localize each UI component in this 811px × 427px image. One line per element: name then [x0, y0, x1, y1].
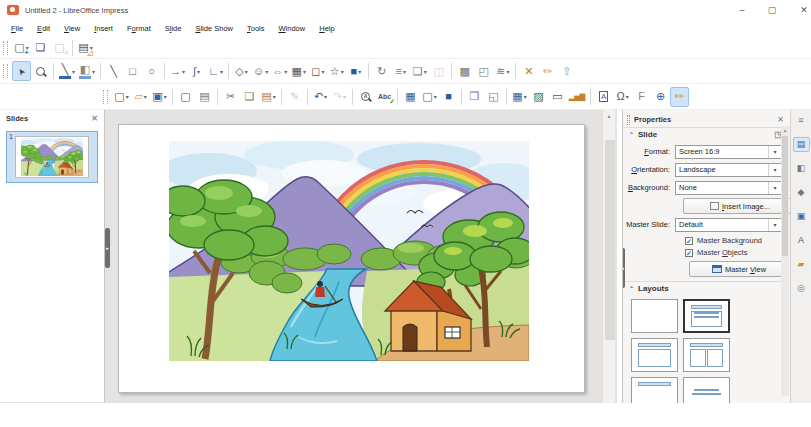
master-slide-select[interactable]: Default ▾ [675, 218, 782, 232]
line-color-button[interactable]: ╲▾ [57, 61, 77, 81]
3d-objects-dropdown-arrow[interactable]: ▾ [358, 68, 361, 75]
symbol-shapes-button[interactable]: ☺▾ [251, 61, 270, 81]
display-views-dropdown-arrow[interactable]: ▾ [434, 93, 437, 100]
toolbar-drag-handle[interactable] [3, 64, 8, 78]
open-dropdown-arrow[interactable]: ▾ [144, 93, 147, 100]
open-button[interactable]: ▱▾ [131, 87, 150, 107]
layout-tile-centered-text[interactable] [683, 377, 730, 403]
styles-tab-button[interactable]: A [793, 233, 810, 248]
spelling-button[interactable]: Abc✓ [375, 87, 394, 107]
basic-shapes-button[interactable]: ◇▾ [232, 61, 251, 81]
3d-objects-button[interactable]: ■▾ [346, 61, 365, 81]
background-select[interactable]: None ▾ [675, 181, 782, 195]
insert-table-dropdown-arrow[interactable]: ▾ [524, 93, 527, 100]
insert-textbox-direct-button[interactable]: A [594, 87, 613, 107]
properties-scrollbar-thumb[interactable] [782, 136, 788, 256]
close-button[interactable]: ✕ [792, 0, 811, 20]
canvas-vertical-scrollbar[interactable]: ▴ [602, 110, 615, 403]
glue-points-button[interactable]: ✏ [538, 61, 557, 81]
minimize-button[interactable]: – [730, 0, 754, 20]
stars-banners-button[interactable]: ☆▾ [327, 61, 346, 81]
start-from-current-slide-button[interactable]: ❐ [465, 87, 484, 107]
connector-dropdown-arrow[interactable]: ▾ [220, 68, 223, 75]
basic-shapes-dropdown-arrow[interactable]: ▾ [245, 68, 248, 75]
flowchart-shapes-dropdown-arrow[interactable]: ▾ [303, 68, 306, 75]
fontwork-button[interactable]: F [632, 87, 651, 107]
menu-window[interactable]: Window [272, 22, 313, 35]
undo-dropdown-arrow[interactable]: ▾ [324, 93, 327, 100]
slide-canvas[interactable]: ▴ ▸ [105, 110, 617, 403]
block-arrows-dropdown-arrow[interactable]: ▾ [284, 68, 287, 75]
display-grid-button[interactable]: ▦ [401, 87, 420, 107]
layout-tile-title-content-2[interactable] [631, 338, 678, 372]
scroll-up-icon[interactable]: ▴ [603, 110, 615, 122]
slide-thumbnail[interactable]: 1 [6, 131, 98, 183]
save-button[interactable]: ▣▾ [150, 87, 169, 107]
special-character-dropdown-arrow[interactable]: ▾ [626, 93, 629, 100]
checkbox-icon[interactable]: ✓ [685, 249, 693, 257]
arrange-button[interactable]: ❏▾ [410, 61, 429, 81]
slide-drawing-image[interactable] [169, 141, 529, 361]
toolbar-drag-handle[interactable] [3, 41, 8, 55]
cut-button[interactable]: ✂ [221, 87, 240, 107]
lines-and-arrows-button[interactable]: →▾ [168, 61, 187, 81]
special-character-button[interactable]: Ω▾ [613, 87, 632, 107]
presentation-settings-button[interactable]: ◱ [484, 87, 503, 107]
image-filter-dropdown-arrow[interactable]: ▾ [506, 68, 509, 75]
master-view-button[interactable]: Master View [689, 261, 789, 277]
show-draw-functions-button[interactable]: ✏ [670, 87, 689, 107]
layout-tile-title-only[interactable] [631, 377, 678, 403]
paste-dropdown-arrow[interactable]: ▾ [273, 93, 276, 100]
curve-polygon-dropdown-arrow[interactable]: ▾ [197, 68, 200, 75]
navigator-tab-button[interactable]: ◎ [793, 281, 810, 296]
menu-edit[interactable]: Edit [30, 22, 57, 35]
insert-line-button[interactable]: ╲ [104, 61, 123, 81]
undo-button[interactable]: ↶▾ [311, 87, 330, 107]
scroll-up-icon[interactable]: ▴ [781, 126, 789, 135]
menu-slide-show[interactable]: Slide Show [188, 22, 240, 35]
ellipse-button[interactable]: ○ [142, 61, 161, 81]
insert-chart-button[interactable]: ▂▅▇ [567, 87, 587, 107]
redo-dropdown-arrow[interactable]: ▾ [343, 93, 346, 100]
canvas-scrollbar-thumb[interactable] [605, 140, 615, 340]
duplicate-slide-button[interactable]: ❏ [31, 38, 50, 58]
start-from-first-slide-button[interactable]: ■ [439, 87, 458, 107]
slide-transition-tab-button[interactable]: ◧ [793, 161, 810, 176]
master-slides-tab-button[interactable]: ▣ [793, 209, 810, 224]
paste-button[interactable]: ▤▾ [259, 87, 278, 107]
new-slide-button[interactable]: ▢+▾ [12, 38, 31, 58]
menu-help[interactable]: Help [312, 22, 341, 35]
callout-shapes-dropdown-arrow[interactable]: ▾ [321, 68, 324, 75]
select-button[interactable]: ➤ [12, 61, 31, 81]
new-document-dropdown-arrow[interactable]: ▾ [126, 93, 129, 100]
menu-view[interactable]: View [57, 22, 87, 35]
insert-text-box-button[interactable]: ▭ [548, 87, 567, 107]
flowchart-shapes-button[interactable]: ▦▾ [289, 61, 308, 81]
checkbox-master-objects[interactable]: ✓Master Objects [685, 247, 790, 258]
block-arrows-button[interactable]: ⇔▾ [270, 61, 289, 81]
zoom-button[interactable] [31, 61, 50, 81]
stars-banners-dropdown-arrow[interactable]: ▾ [341, 68, 344, 75]
curve-polygon-button[interactable]: ∫▾ [187, 61, 206, 81]
properties-scrollbar[interactable]: ▴ [781, 126, 789, 396]
to-3d-button[interactable]: ⇧ [557, 61, 576, 81]
properties-tab-button[interactable]: ▤ [793, 137, 810, 152]
connector-button[interactable]: ∟▾ [206, 61, 225, 81]
sidebar-settings-button[interactable]: ≡ [793, 113, 810, 128]
slide-page[interactable] [118, 124, 585, 393]
hyperlink-button[interactable]: ⊕ [651, 87, 670, 107]
slides-panel-splitter[interactable]: ▸ [105, 228, 110, 268]
slides-panel-close-icon[interactable]: ✕ [91, 114, 98, 123]
insert-image-button[interactable]: ▨ [529, 87, 548, 107]
arrange-dropdown-arrow[interactable]: ▾ [424, 68, 427, 75]
gallery-tab-button[interactable]: ▰ [793, 257, 810, 272]
checkbox-icon[interactable]: ✓ [685, 237, 693, 245]
display-views-button[interactable]: ▢▾ [420, 87, 439, 107]
menu-tools[interactable]: Tools [240, 22, 272, 35]
shadow-button[interactable]: ▩ [455, 61, 474, 81]
insert-table-button[interactable]: ▦▾ [510, 87, 529, 107]
menu-slide[interactable]: Slide [158, 22, 189, 35]
panel-drag-handle[interactable] [627, 115, 630, 125]
menu-format[interactable]: Format [120, 22, 158, 35]
new-document-button[interactable]: ▢▾ [112, 87, 131, 107]
